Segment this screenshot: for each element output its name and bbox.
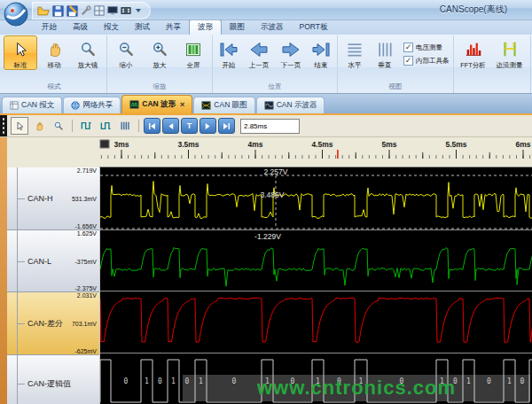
magnifier-icon bbox=[79, 38, 97, 61]
film-icon[interactable] bbox=[121, 5, 131, 16]
next-page-button[interactable]: 下一页 bbox=[275, 35, 307, 70]
channel-row-can-h[interactable]: CAN-H 2.719V 531.3mV -1.656V bbox=[7, 167, 99, 230]
save-as-icon[interactable] bbox=[66, 5, 78, 17]
ribbon-tab-port[interactable]: PORT板 bbox=[292, 20, 336, 35]
svg-text:2.257V: 2.257V bbox=[264, 167, 288, 176]
ribbon-group-label: 模式 bbox=[4, 82, 105, 93]
pulse-measure-button[interactable] bbox=[77, 117, 95, 135]
button-label: 上一页 bbox=[249, 61, 270, 69]
toolbar-grip[interactable] bbox=[0, 115, 7, 136]
ribbon-tab-advanced[interactable]: 高级 bbox=[65, 20, 96, 35]
monitor-icon[interactable] bbox=[107, 5, 118, 16]
ribbon-tab-waveform[interactable]: 波形 bbox=[189, 19, 222, 35]
fft-spectrum-icon bbox=[464, 38, 483, 61]
canscope-window: CANScope(离线) 开始 高级 报文 测试 共享 波形 眼图 示波器 PO… bbox=[0, 0, 532, 404]
ribbon-group-mode: 标准 移动 放大镜 模式 bbox=[2, 35, 107, 93]
prev-page-icon bbox=[248, 38, 270, 61]
ribbon-tab-bar: 开始 高级 报文 测试 共享 波形 眼图 示波器 PORT板 bbox=[0, 20, 532, 35]
inner-toolbar-checkbox[interactable]: ✓ 内部工具条 bbox=[403, 56, 450, 66]
left-dock-strip[interactable] bbox=[0, 137, 7, 404]
waveform-plot: 01010101010101010102.257V3.486V-1.229V bbox=[100, 167, 532, 404]
ribbon-tab-eye[interactable]: 眼图 bbox=[222, 20, 253, 35]
tool-icon[interactable] bbox=[81, 5, 91, 16]
voltage-measure-checkbox[interactable]: ✓ 电压测量 bbox=[403, 43, 450, 52]
channel-name: CAN-H bbox=[27, 194, 53, 203]
tab-can-message[interactable]: CAN 报文 bbox=[2, 97, 62, 113]
svg-text:3ms: 3ms bbox=[113, 140, 129, 149]
vertical-button[interactable]: 垂直 bbox=[370, 35, 400, 70]
svg-text:0: 0 bbox=[158, 377, 162, 385]
button-label: 垂直 bbox=[379, 61, 392, 69]
fft-analysis-button[interactable]: FFT分析 bbox=[456, 35, 491, 70]
magnifier-mode-button[interactable]: 放大镜 bbox=[71, 35, 105, 70]
horizontal-button[interactable]: 水平 bbox=[340, 35, 370, 70]
qat-dropdown-icon[interactable] bbox=[136, 9, 141, 12]
svg-text:3.5ms: 3.5ms bbox=[177, 140, 199, 149]
channel-scale-mid: -375mV bbox=[74, 258, 97, 264]
channel-row-can-logic[interactable]: CAN-逻辑值 bbox=[7, 355, 99, 404]
goto-end-button[interactable]: 结束 bbox=[307, 35, 335, 70]
ribbon-tab-oscilloscope[interactable]: 示波器 bbox=[253, 20, 292, 35]
goto-start-button[interactable]: 开始 bbox=[215, 35, 243, 70]
prev-page-button[interactable]: 上一页 bbox=[243, 35, 275, 70]
move-mode-button[interactable]: 移动 bbox=[37, 35, 71, 70]
button-label: 开始 bbox=[223, 61, 236, 69]
last-page-icon bbox=[310, 38, 332, 61]
time-ruler[interactable]: 3ms3.5ms4ms4.5ms5ms5.5ms6ms bbox=[99, 137, 532, 167]
channel-row-can-diff[interactable]: CAN-差分 2.031V 703.1mV -625mV bbox=[7, 292, 99, 355]
ribbon-group-zoom: 缩小 放大 全屏 缩放 bbox=[107, 35, 213, 93]
tab-can-oscilloscope[interactable]: CAN 示波器 bbox=[256, 97, 325, 113]
ribbon-tab-test[interactable]: 测试 bbox=[127, 20, 158, 35]
vertical-lines-icon bbox=[376, 38, 394, 61]
svg-text:-1.229V: -1.229V bbox=[254, 232, 281, 241]
tab-label: 网络共享 bbox=[82, 100, 113, 111]
time-position-input[interactable] bbox=[240, 119, 300, 134]
time-ruler-row: 3ms3.5ms4ms4.5ms5ms5.5ms6ms bbox=[7, 137, 532, 167]
pulse-measure-alt-button[interactable] bbox=[97, 117, 114, 135]
ruler-corner bbox=[7, 137, 99, 167]
channel-name: CAN-逻辑值 bbox=[27, 377, 71, 389]
nav-next-button[interactable] bbox=[200, 118, 216, 134]
zoom-out-button[interactable]: 缩小 bbox=[109, 35, 143, 70]
toolbar-separator bbox=[138, 120, 139, 132]
waveform-canvas[interactable]: 01010101010101010102.257V3.486V-1.229V w… bbox=[99, 167, 532, 404]
zoom-out-icon bbox=[117, 38, 135, 61]
nav-first-button[interactable] bbox=[144, 118, 160, 134]
tab-network-share[interactable]: 网络共享 bbox=[63, 97, 121, 113]
button-label: 放大镜 bbox=[78, 61, 98, 69]
tab-can-eye[interactable]: CAN 眼图 bbox=[193, 97, 254, 113]
nav-last-button[interactable] bbox=[218, 118, 235, 134]
edge-measure-button[interactable]: 边沿测量 bbox=[491, 35, 528, 70]
report-icon bbox=[10, 101, 19, 110]
open-file-icon[interactable] bbox=[37, 5, 50, 17]
save-icon[interactable] bbox=[52, 5, 64, 17]
ribbon-group-label: 视图 bbox=[340, 82, 451, 93]
nav-trigger-button[interactable]: T bbox=[181, 118, 198, 134]
window-grid-icon[interactable] bbox=[94, 5, 105, 16]
nav-prev-button[interactable] bbox=[162, 118, 179, 134]
pointer-tool-button[interactable] bbox=[11, 117, 28, 135]
pan-tool-button[interactable] bbox=[30, 117, 48, 135]
grid-lines-button[interactable] bbox=[116, 117, 134, 135]
close-icon[interactable]: × bbox=[180, 100, 184, 109]
svg-text:5.5ms: 5.5ms bbox=[445, 140, 466, 149]
tab-label: CAN 眼图 bbox=[214, 100, 246, 111]
channel-row-can-l[interactable]: CAN-L 1.625V -375mV -2.375V bbox=[7, 230, 99, 292]
standard-mode-button[interactable]: 标准 bbox=[4, 35, 37, 70]
quick-access-toolbar bbox=[32, 2, 151, 19]
ribbon-tab-share[interactable]: 共享 bbox=[158, 20, 189, 35]
zoom-in-button[interactable]: 放大 bbox=[143, 35, 176, 70]
tab-label: CAN 报文 bbox=[21, 100, 54, 111]
tab-can-waveform[interactable]: CAN 波形 × bbox=[121, 95, 192, 113]
app-logo-icon[interactable] bbox=[3, 1, 29, 27]
button-label: 移动 bbox=[48, 61, 61, 69]
hand-icon bbox=[45, 38, 63, 61]
channel-scale-bottom: -625mV bbox=[74, 348, 97, 354]
ribbon-tab-message[interactable]: 报文 bbox=[96, 20, 127, 35]
button-label: 边沿测量 bbox=[497, 61, 523, 69]
ribbon-tab-start[interactable]: 开始 bbox=[34, 20, 65, 35]
view-checkboxes: ✓ 电压测量 ✓ 内部工具条 bbox=[400, 35, 451, 66]
ribbon-group-label: 位置 bbox=[215, 82, 335, 93]
zoom-tool-button[interactable] bbox=[50, 117, 67, 135]
fullscreen-button[interactable]: 全屏 bbox=[176, 35, 210, 70]
